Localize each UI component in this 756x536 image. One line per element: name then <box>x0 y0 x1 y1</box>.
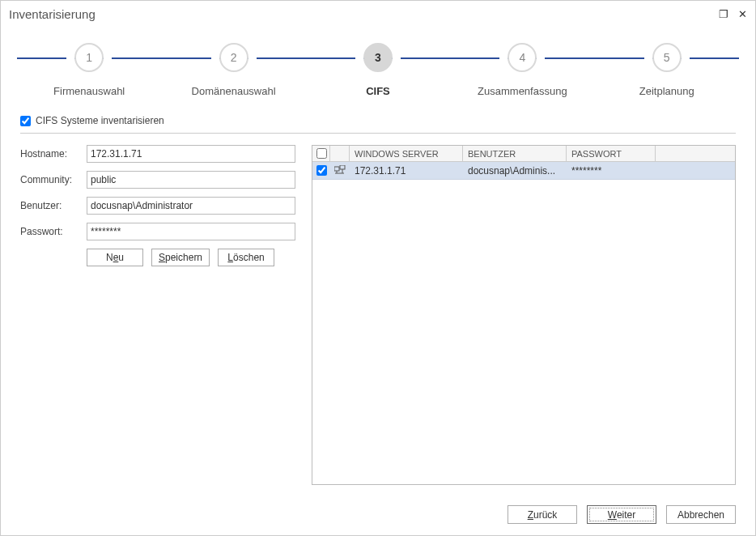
step-circle-4: 4 <box>508 43 537 72</box>
header-password[interactable]: PASSWORT <box>567 146 656 161</box>
header-icon-cell <box>330 146 350 161</box>
hostname-input[interactable] <box>87 145 295 163</box>
step-circle-2: 2 <box>219 43 248 72</box>
table-body: 172.31.1.71 docusnap\Adminis... ******** <box>312 162 735 484</box>
form-panel: Hostname: Community: Benutzer: Passwort:… <box>20 145 295 485</box>
community-input[interactable] <box>87 171 295 189</box>
step-circle-5: 5 <box>652 43 682 72</box>
cifs-inventory-checkbox-row: CIFS Systeme inventarisieren <box>20 112 736 134</box>
save-button[interactable]: Speichern <box>151 249 210 266</box>
row-checkbox-cell <box>312 162 330 180</box>
titlebar-controls: ❐ ✕ <box>719 8 747 20</box>
svg-rect-0 <box>334 167 339 171</box>
community-label: Community: <box>20 174 87 185</box>
password-input[interactable] <box>87 223 295 240</box>
header-checkbox-cell <box>312 146 330 161</box>
header-checkbox[interactable] <box>316 148 327 159</box>
password-row: Passwort: <box>20 223 295 240</box>
step-circle-3: 3 <box>363 43 393 72</box>
row-server: 172.31.1.71 <box>350 164 463 178</box>
next-button[interactable]: Weiter <box>587 505 656 524</box>
row-icon-cell <box>330 164 350 178</box>
step-domaenenauswahl[interactable]: 2 Domänenauswahl <box>165 27 303 97</box>
community-row: Community: <box>20 171 295 189</box>
back-button[interactable]: Zurück <box>508 505 577 524</box>
svg-rect-1 <box>340 165 345 169</box>
step-label-1: Firmenauswahl <box>53 85 125 97</box>
table-row[interactable]: 172.31.1.71 docusnap\Adminis... ******** <box>312 162 735 180</box>
maximize-icon[interactable]: ❐ <box>719 8 728 20</box>
wizard-steps: 1 Firmenauswahl 2 Domänenauswahl 3 CIFS … <box>17 27 739 104</box>
header-rest <box>656 146 735 161</box>
window-title: Inventarisierung <box>9 7 96 21</box>
cifs-inventory-label: CIFS Systeme inventarisieren <box>36 115 164 126</box>
server-icon <box>334 165 346 177</box>
delete-button[interactable]: Löschen <box>218 249 274 266</box>
cancel-button[interactable]: Abbrechen <box>666 505 736 524</box>
table-header: WINDOWS SERVER BENUTZER PASSWORT <box>312 146 735 162</box>
step-zusammenfassung[interactable]: 4 Zusammenfassung <box>453 27 591 97</box>
new-button[interactable]: Neu <box>87 249 143 266</box>
server-table: WINDOWS SERVER BENUTZER PASSWORT <box>312 145 736 485</box>
row-checkbox[interactable] <box>316 165 327 176</box>
steps-container: 1 Firmenauswahl 2 Domänenauswahl 3 CIFS … <box>17 27 739 97</box>
user-label: Benutzer: <box>20 200 87 211</box>
form-buttons: Neu Speichern Löschen <box>87 249 295 266</box>
step-label-2: Domänenauswahl <box>192 85 276 97</box>
user-row: Benutzer: <box>20 197 295 215</box>
row-user: docusnap\Adminis... <box>463 164 567 178</box>
close-icon[interactable]: ✕ <box>738 8 747 20</box>
wizard-window: Inventarisierung ❐ ✕ 1 Firmenauswahl 2 D… <box>0 0 756 536</box>
step-label-3: CIFS <box>366 85 390 97</box>
cifs-inventory-checkbox[interactable] <box>20 116 31 126</box>
content-area: CIFS Systeme inventarisieren Hostname: C… <box>1 104 755 485</box>
step-firmenauswahl[interactable]: 1 Firmenauswahl <box>20 27 158 97</box>
password-label: Passwort: <box>20 226 87 237</box>
titlebar: Inventarisierung ❐ ✕ <box>1 1 755 27</box>
step-cifs[interactable]: 3 CIFS <box>309 27 447 97</box>
row-rest <box>656 169 735 172</box>
step-label-4: Zusammenfassung <box>478 85 567 97</box>
user-input[interactable] <box>87 197 295 215</box>
hostname-row: Hostname: <box>20 145 295 163</box>
step-label-5: Zeitplanung <box>639 85 694 97</box>
step-zeitplanung[interactable]: 5 Zeitplanung <box>598 27 736 97</box>
row-password: ******** <box>567 164 656 178</box>
wizard-footer: Zurück Weiter Abbrechen <box>508 505 736 524</box>
header-server[interactable]: WINDOWS SERVER <box>350 146 463 161</box>
main-area: Hostname: Community: Benutzer: Passwort:… <box>20 145 736 485</box>
header-user[interactable]: BENUTZER <box>463 146 567 161</box>
hostname-label: Hostname: <box>20 148 87 160</box>
step-circle-1: 1 <box>74 43 104 72</box>
